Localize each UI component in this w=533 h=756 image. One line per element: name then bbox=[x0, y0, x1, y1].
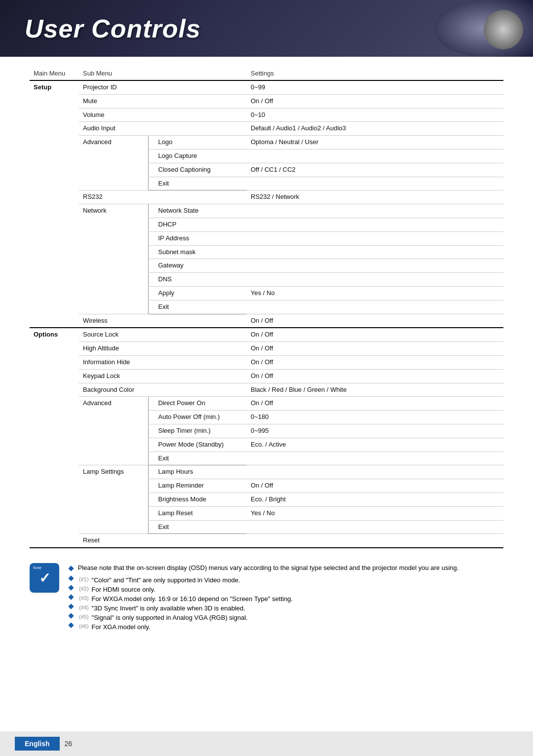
note-item-2: (#2) For HDMI source only. bbox=[69, 586, 503, 593]
section-label-options: Options bbox=[30, 328, 79, 548]
table-cell-settings: On / Off bbox=[247, 328, 503, 341]
table-row: Keypad Lock On / Off bbox=[30, 369, 503, 383]
table-cell-settings bbox=[247, 204, 503, 218]
bullet-diamond bbox=[68, 566, 74, 571]
table-cell-settings: On / Off bbox=[247, 94, 503, 108]
table-cell-sub2: Exit bbox=[148, 300, 247, 314]
table-cell-sub2: Brightness Mode bbox=[148, 492, 247, 506]
table-row: Lamp Settings Lamp Hours bbox=[30, 465, 503, 479]
table-cell-sub2 bbox=[148, 190, 247, 204]
table-cell-sub: Advanced bbox=[79, 397, 148, 465]
table-cell-settings: Default / Audio1 / Audio2 / Audio3 bbox=[247, 122, 503, 136]
table-cell-sub: RS232 bbox=[79, 190, 148, 204]
note-text: For WXGA model only. 16:9 or 16:10 depen… bbox=[92, 595, 293, 603]
table-cell-sub: High Altitude bbox=[79, 342, 148, 356]
note-text: For HDMI source only. bbox=[92, 586, 155, 593]
table-cell-sub2: Network State bbox=[148, 204, 247, 218]
table-cell-sub2 bbox=[148, 342, 247, 356]
table-cell-settings: Black / Red / Blue / Green / White bbox=[247, 383, 503, 397]
table-row: Network Network State bbox=[30, 204, 503, 218]
table-row: High Altitude On / Off bbox=[30, 342, 503, 356]
table-cell-settings: Yes / No bbox=[247, 506, 503, 520]
table-cell-sub2: Gateway bbox=[148, 259, 247, 273]
note-item-4: (#4) "3D Sync Invert" is only available … bbox=[69, 605, 503, 612]
table-cell-sub2: Apply bbox=[148, 286, 247, 300]
table-cell-settings bbox=[247, 218, 503, 231]
note-text: "Color" and "Tint" are only supported in… bbox=[92, 576, 240, 584]
table-row: Volume 0~10 bbox=[30, 108, 503, 122]
col-header-main: Main Menu bbox=[30, 67, 79, 80]
table-cell-settings: On / Off bbox=[247, 314, 503, 328]
table-cell-settings: On / Off bbox=[247, 397, 503, 411]
table-cell-sub2: Exit bbox=[148, 452, 247, 465]
table-cell-settings bbox=[247, 534, 503, 548]
bullet-diamond bbox=[68, 585, 74, 590]
table-cell-sub: Reset bbox=[79, 534, 148, 548]
page-title: User Controls bbox=[25, 14, 201, 43]
table-cell-sub2: Lamp Hours bbox=[148, 465, 247, 479]
table-row: Wireless On / Off bbox=[30, 314, 503, 328]
table-row: Advanced Direct Power On On / Off bbox=[30, 397, 503, 411]
notes-content: Please note that the on-screen display (… bbox=[69, 563, 503, 633]
table-cell-settings: 0~180 bbox=[247, 411, 503, 424]
table-cell-sub2: Auto Power Off (min.) bbox=[148, 411, 247, 424]
table-cell-sub2 bbox=[148, 369, 247, 383]
table-cell-settings bbox=[247, 520, 503, 534]
table-cell-sub2: Logo bbox=[148, 136, 247, 150]
table-cell-sub2: Sleep Timer (min.) bbox=[148, 424, 247, 438]
table-row: Advanced Logo Optoma / Neutral / User bbox=[30, 136, 503, 150]
note-item-1: (#1) "Color" and "Tint" are only support… bbox=[69, 576, 503, 584]
note-icon: Note bbox=[30, 563, 59, 593]
table-cell-settings: Eco. / Active bbox=[247, 438, 503, 452]
table-cell-settings: 0~995 bbox=[247, 424, 503, 438]
note-item-5: (#5) "Signal" is only supported in Analo… bbox=[69, 614, 503, 621]
main-note-value: Please note that the on-screen display (… bbox=[78, 564, 459, 571]
note-text: "3D Sync Invert" is only available when … bbox=[92, 605, 245, 612]
table-cell-sub2 bbox=[148, 355, 247, 369]
table-header-row: Main Menu Sub Menu Settings bbox=[30, 67, 503, 80]
table-cell-settings bbox=[247, 231, 503, 245]
table-cell-settings: On / Off bbox=[247, 369, 503, 383]
table-cell-settings: 0~10 bbox=[247, 108, 503, 122]
note-number: (#5) bbox=[79, 614, 89, 620]
note-item-3: (#3) For WXGA model only. 16:9 or 16:10 … bbox=[69, 595, 503, 603]
table-cell-sub2 bbox=[148, 108, 247, 122]
table-cell-settings: Off / CC1 / CC2 bbox=[247, 163, 503, 177]
table-cell-settings: On / Off bbox=[247, 479, 503, 493]
table-row: Setup Projector ID 0~99 bbox=[30, 80, 503, 94]
note-text: For XGA model only. bbox=[92, 623, 151, 631]
table-cell-sub: Background Color bbox=[79, 383, 148, 397]
table-cell-settings: Eco. / Bright bbox=[247, 492, 503, 506]
note-number: (#6) bbox=[79, 623, 89, 629]
table-row: Options Source Lock On / Off bbox=[30, 328, 503, 341]
table-cell-sub: Lamp Settings bbox=[79, 465, 148, 534]
table-cell-settings bbox=[247, 149, 503, 163]
table-cell-settings bbox=[247, 273, 503, 287]
main-note-text: Please note that the on-screen display (… bbox=[69, 563, 503, 573]
table-cell-sub2 bbox=[148, 80, 247, 94]
table-cell-sub: Wireless bbox=[79, 314, 148, 328]
col-header-sub: Sub Menu bbox=[79, 67, 148, 80]
table-row: Audio Input Default / Audio1 / Audio2 / … bbox=[30, 122, 503, 136]
col-header-settings: Settings bbox=[247, 67, 503, 80]
note-number: (#2) bbox=[79, 586, 89, 592]
table-row: RS232 RS232 / Network bbox=[30, 190, 503, 204]
note-text: "Signal" is only supported in Analog VGA… bbox=[92, 614, 248, 621]
note-number: (#1) bbox=[79, 576, 89, 582]
table-cell-settings: On / Off bbox=[247, 342, 503, 356]
table-cell-settings bbox=[247, 245, 503, 259]
table-cell-settings bbox=[247, 259, 503, 273]
note-item-6: (#6) For XGA model only. bbox=[69, 623, 503, 631]
header-logo bbox=[434, 0, 533, 57]
table-cell-sub2: Exit bbox=[148, 177, 247, 190]
table-cell-sub2 bbox=[148, 122, 247, 136]
table-cell-sub2 bbox=[148, 328, 247, 341]
table-cell-sub2 bbox=[148, 383, 247, 397]
table-cell-sub2: Subnet mask bbox=[148, 245, 247, 259]
table-cell-settings bbox=[247, 177, 503, 190]
table-cell-sub2: IP Address bbox=[148, 231, 247, 245]
page-footer: English 26 bbox=[0, 731, 533, 756]
table-cell-sub2: Lamp Reset bbox=[148, 506, 247, 520]
note-icon-label: Note bbox=[32, 565, 43, 570]
table-cell-sub: Mute bbox=[79, 94, 148, 108]
